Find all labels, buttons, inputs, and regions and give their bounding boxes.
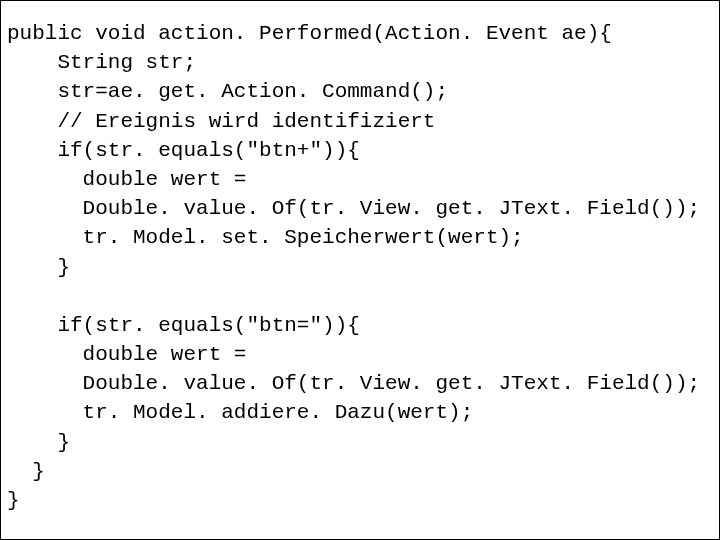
code-block: public void action. Performed(Action. Ev… bbox=[0, 0, 720, 540]
